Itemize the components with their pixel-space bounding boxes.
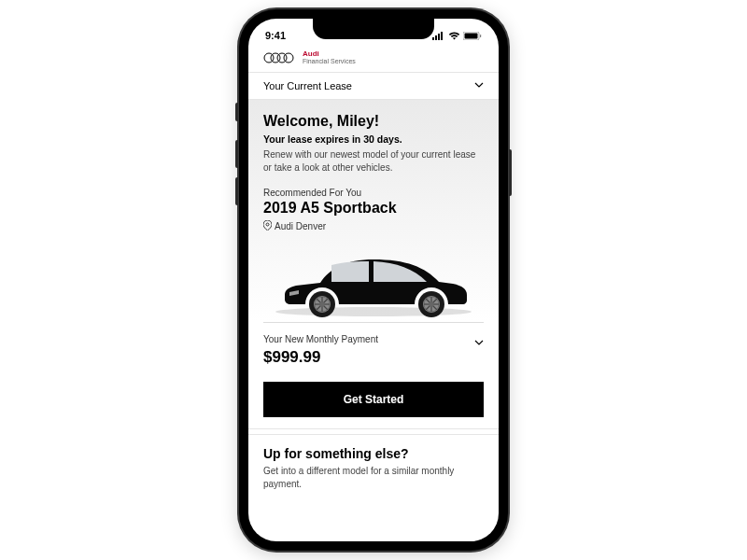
welcome-body: Renew with our newest model of your curr… bbox=[263, 148, 484, 175]
svg-rect-6 bbox=[480, 35, 481, 37]
volume-down-button bbox=[235, 177, 238, 205]
volume-up-button bbox=[235, 140, 238, 168]
svg-rect-0 bbox=[432, 37, 434, 40]
brand-text: Audi Financial Services bbox=[303, 50, 356, 64]
lease-expiry-text: Your lease expires in 30 days. bbox=[263, 133, 484, 145]
phone-frame: 9:41 bbox=[239, 9, 508, 551]
payment-label: Your New Monthly Payment bbox=[263, 334, 378, 344]
welcome-title: Welcome, Miley! bbox=[263, 113, 484, 130]
location-pin-icon bbox=[263, 220, 272, 232]
power-button bbox=[509, 149, 512, 196]
current-lease-dropdown[interactable]: Your Current Lease bbox=[248, 72, 499, 100]
section-divider bbox=[248, 428, 499, 435]
alternative-body: Get into a different model for a similar… bbox=[263, 465, 484, 491]
status-indicators bbox=[432, 32, 482, 40]
audi-logo-icon bbox=[263, 52, 295, 63]
svg-rect-2 bbox=[438, 34, 440, 40]
svg-rect-3 bbox=[441, 32, 443, 40]
chevron-down-icon bbox=[474, 334, 484, 351]
wifi-icon bbox=[448, 32, 460, 40]
current-lease-label: Your Current Lease bbox=[263, 80, 352, 91]
welcome-section: Welcome, Miley! Your lease expires in 30… bbox=[248, 100, 499, 322]
battery-icon bbox=[463, 32, 482, 40]
status-time: 9:41 bbox=[265, 30, 286, 41]
payment-section: Your New Monthly Payment $999.99 bbox=[248, 323, 499, 378]
silence-switch bbox=[235, 103, 238, 121]
notch bbox=[313, 19, 434, 39]
alternative-title: Up for something else? bbox=[263, 446, 484, 461]
screen: 9:41 bbox=[248, 19, 499, 541]
get-started-button[interactable]: Get Started bbox=[263, 382, 484, 417]
app-header: Audi Financial Services bbox=[248, 47, 499, 72]
recommended-model: 2019 A5 Sportback bbox=[263, 200, 484, 217]
svg-point-10 bbox=[284, 53, 293, 63]
svg-rect-5 bbox=[465, 33, 478, 38]
payment-expand[interactable]: Your New Monthly Payment $999.99 bbox=[263, 334, 484, 367]
brand-name: Audi bbox=[303, 50, 356, 58]
svg-rect-1 bbox=[435, 35, 437, 40]
recommendation-label: Recommended For You bbox=[263, 188, 484, 198]
brand-service: Financial Services bbox=[303, 58, 356, 64]
signal-icon bbox=[432, 32, 445, 40]
payment-amount: $999.99 bbox=[263, 348, 378, 367]
dealer-row[interactable]: Audi Denver bbox=[263, 220, 484, 232]
dealer-name: Audi Denver bbox=[275, 221, 326, 231]
alternative-section: Up for something else? Get into a differ… bbox=[248, 435, 499, 502]
svg-point-19 bbox=[320, 302, 325, 307]
svg-point-27 bbox=[430, 302, 434, 307]
car-image bbox=[263, 238, 484, 322]
chevron-down-icon bbox=[474, 80, 484, 91]
